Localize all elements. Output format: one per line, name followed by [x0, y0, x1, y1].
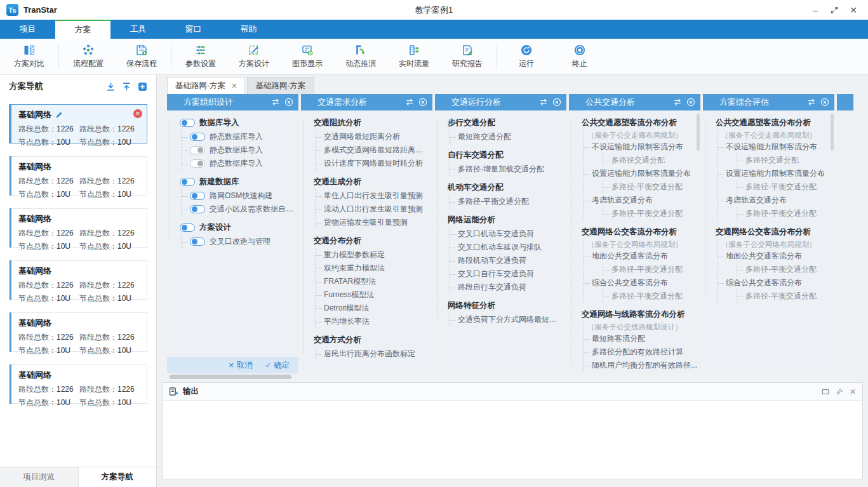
- tree-item[interactable]: 平均增长率法: [316, 315, 430, 328]
- swap-icon[interactable]: [271, 98, 280, 107]
- tree-item[interactable]: 交叉口自行车交通负荷: [450, 267, 564, 281]
- tree-item[interactable]: 常住人口出行发生吸引量预测: [316, 189, 430, 203]
- sidebar-bottom-tab[interactable]: 方案导航: [78, 467, 157, 487]
- tree-item[interactable]: 网络特征分析: [441, 298, 564, 313]
- tree-item[interactable]: 网络运能分析: [441, 212, 564, 227]
- menu-tab[interactable]: 工具: [110, 20, 166, 39]
- toggle-switch[interactable]: [180, 119, 195, 127]
- close-window-button[interactable]: ✕: [845, 3, 862, 17]
- tree-item[interactable]: 数据库导入: [173, 115, 296, 130]
- tree-item[interactable]: 最短路交通分配: [450, 130, 564, 143]
- tree-item[interactable]: 交通阻抗分析: [307, 115, 430, 130]
- tree-item[interactable]: 交通网络公交客流分布分析: [709, 224, 832, 239]
- toggle-switch[interactable]: [190, 192, 205, 200]
- scheme-card[interactable]: 基础网络✕路段总数：1226路段总数：1226节点总数：10U节点总数：10U: [9, 104, 147, 143]
- close-circle-icon[interactable]: [552, 98, 561, 107]
- tree-item[interactable]: 货物运输发生吸引量预测: [316, 216, 430, 229]
- scheme-card[interactable]: 基础网络路段总数：1226路段总数：1226节点总数：10U节点总数：10U: [9, 156, 147, 196]
- menu-tab[interactable]: 帮助: [221, 20, 276, 39]
- toolbar-button[interactable]: 方案对比: [3, 44, 56, 69]
- toggle-switch[interactable]: [190, 146, 205, 154]
- toolbar-button[interactable]: 研究报告: [441, 44, 494, 69]
- hscrollbar-thumb[interactable]: [170, 375, 291, 379]
- tree-item[interactable]: Detroit模型法: [316, 302, 430, 315]
- toggle-switch[interactable]: [190, 133, 205, 141]
- tree-item[interactable]: 重力模型参数标定: [316, 248, 430, 262]
- tree-item[interactable]: 多路径分配的有效路径计算: [584, 345, 698, 359]
- tree-item[interactable]: 公共交通愿望客流分布分析: [709, 115, 832, 130]
- tree-item[interactable]: 步行交通分配: [441, 115, 564, 130]
- expand-all-icon[interactable]: [122, 82, 131, 91]
- tree-item[interactable]: 居民出行距离分布函数标定: [316, 347, 430, 361]
- scheme-card[interactable]: 基础网络路段总数：1226路段总数：1226节点总数：10U节点总数：10U: [9, 260, 147, 300]
- output-body[interactable]: [163, 401, 862, 479]
- tree-item[interactable]: 流动人口出行发生吸引量预测: [316, 203, 430, 216]
- tree-item[interactable]: 交叉口机动车交通负荷: [450, 227, 564, 241]
- tree-item[interactable]: 多模式交通网络最短路距离分析: [316, 143, 430, 157]
- tree-item[interactable]: 设置运输能力限制客流量分布: [584, 167, 698, 180]
- tree-item[interactable]: 多路径-平衡交通分配: [603, 180, 698, 194]
- tree-item[interactable]: Furness模型法: [316, 288, 430, 302]
- tree-item[interactable]: 交通网络最短距离分析: [316, 130, 430, 143]
- close-circle-icon[interactable]: [418, 98, 427, 107]
- tree-item[interactable]: 路段机动车交通负荷: [450, 254, 564, 267]
- tree-item[interactable]: 综合公共交通客流分布: [584, 276, 698, 290]
- toolbar-button[interactable]: 终止: [553, 44, 606, 69]
- close-circle-icon[interactable]: [284, 98, 293, 107]
- tree-item[interactable]: 交叉口改造与管理: [182, 235, 296, 248]
- tree-item[interactable]: 最短路客流分配: [584, 332, 698, 345]
- tree-item[interactable]: 交通分布分析: [307, 233, 430, 248]
- confirm-button[interactable]: ✓确定: [265, 360, 290, 371]
- tree-item[interactable]: 双约束重力模型法: [316, 262, 430, 275]
- tree-item[interactable]: 静态数据库导入: [182, 130, 296, 143]
- swap-icon[interactable]: [539, 98, 548, 107]
- menu-tab[interactable]: 窗口: [166, 20, 221, 39]
- toggle-switch[interactable]: [190, 205, 205, 213]
- tree-item[interactable]: 交通网络与线路客流分布分析: [575, 307, 698, 322]
- tree-item[interactable]: 地面公共交通客流分布: [584, 250, 698, 263]
- swap-icon[interactable]: [405, 98, 414, 107]
- toolbar-button[interactable]: 保存流程: [115, 44, 168, 69]
- tree-item[interactable]: 多路径-平衡交通分配: [737, 263, 832, 276]
- toggle-switch[interactable]: [180, 223, 195, 232]
- maximize-icon[interactable]: [822, 388, 829, 396]
- toggle-switch[interactable]: [190, 237, 205, 246]
- tree-item[interactable]: 随机用户均衡分配的有效路径...: [584, 359, 698, 372]
- edit-icon[interactable]: [55, 111, 63, 119]
- tree-item[interactable]: 不设运输能力限制客流分布: [718, 140, 832, 154]
- tree-item[interactable]: 多路径-平衡交通分配: [603, 290, 698, 303]
- toolbar-button[interactable]: 方案设计: [227, 44, 281, 69]
- scheme-card[interactable]: 基础网络路段总数：1226路段总数：1226节点总数：10U节点总数：10U: [9, 364, 147, 404]
- restore-button[interactable]: [826, 3, 843, 17]
- tree-item[interactable]: FRATAR模型法: [316, 275, 430, 288]
- add-icon[interactable]: [138, 82, 147, 91]
- toolbar-button[interactable]: 图形显示: [281, 44, 334, 69]
- tree-item[interactable]: 多路径交通分配: [603, 154, 698, 167]
- scheme-card[interactable]: 基础网络路段总数：1226路段总数：1226节点总数：10U节点总数：10U: [9, 312, 147, 352]
- tree-item[interactable]: 多路径-平衡交通分配: [737, 290, 832, 303]
- tree-item[interactable]: 静态数据库导入: [182, 143, 296, 157]
- document-tab[interactable]: 基础路网-方案✕: [167, 77, 245, 94]
- tree-item[interactable]: 多路径交通分配: [737, 154, 832, 167]
- cancel-button[interactable]: ✕取消: [229, 360, 253, 371]
- toolbar-button[interactable]: 运行: [500, 44, 553, 69]
- tree-item[interactable]: 设置运输能力限制客流量分布: [718, 167, 832, 180]
- tree-item[interactable]: 新建数据库: [173, 174, 296, 189]
- tree-item[interactable]: 地面公共交通客流分布: [718, 250, 832, 263]
- panel-scrollbar-thumb[interactable]: [831, 114, 834, 150]
- tree-item[interactable]: 多路径-平衡交通分配: [737, 207, 832, 220]
- tree-item[interactable]: 路网OSM快速构建: [182, 189, 296, 203]
- toolbar-button[interactable]: 流程配置: [62, 44, 115, 69]
- toolbar-button[interactable]: 参数设置: [174, 44, 227, 69]
- minimize-button[interactable]: –: [807, 3, 824, 17]
- document-tab[interactable]: 基础路网-方案: [247, 77, 314, 94]
- toggle-switch[interactable]: [180, 178, 195, 186]
- tree-item[interactable]: 交通方式分析: [307, 332, 430, 347]
- tree-item[interactable]: 方案设计: [173, 220, 296, 235]
- tree-item[interactable]: 静态数据库导入: [182, 157, 296, 170]
- panel-scrollbar-thumb[interactable]: [697, 114, 700, 150]
- close-circle-icon[interactable]: [686, 98, 695, 107]
- tree-item[interactable]: 考虑轨道交通分布: [584, 194, 698, 207]
- tree-item[interactable]: 考虑轨道交通分布: [718, 194, 832, 207]
- toolbar-button[interactable]: 实时流量: [387, 44, 441, 69]
